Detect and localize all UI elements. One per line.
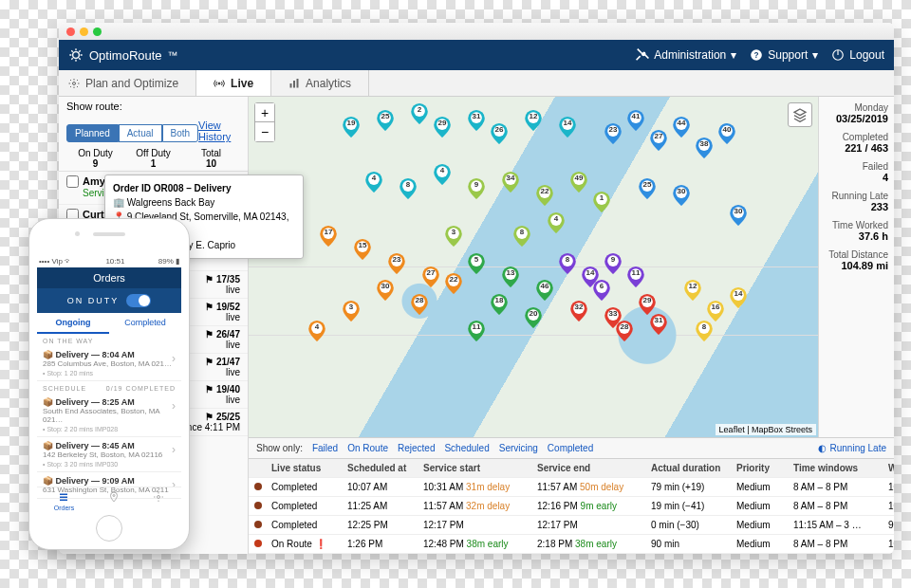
nav-orders[interactable]: Orders xyxy=(54,491,74,511)
map-pin[interactable]: 3 xyxy=(445,226,462,247)
on-duty-toggle[interactable]: ON DUTY xyxy=(37,288,181,313)
nav-map[interactable] xyxy=(108,491,120,511)
table-row[interactable]: On Route ❗1:26 PM12:48 PM 38m early2:18 … xyxy=(249,535,894,554)
map-pin[interactable]: 19 xyxy=(343,117,360,138)
map-pin[interactable]: 30 xyxy=(377,280,394,301)
table-row[interactable]: Completed11:25 AM11:57 AM 32m delay12:16… xyxy=(249,497,894,516)
filter-servicing[interactable]: Servicing xyxy=(499,443,538,453)
layers-button[interactable] xyxy=(788,102,812,127)
order-item[interactable]: 📦 Delivery — 8:45 AM142 Berkeley St, Bos… xyxy=(37,437,181,472)
map-pin[interactable]: 44 xyxy=(673,117,690,138)
map-pin[interactable]: 4 xyxy=(365,172,382,193)
col-header[interactable]: Time windows xyxy=(788,463,883,473)
max-dot[interactable] xyxy=(93,28,102,36)
table-row[interactable]: Completed12:25 PM12:17 PM12:17 PM0 min (… xyxy=(249,516,894,535)
tab-analytics[interactable]: Analytics xyxy=(271,70,369,96)
map-pin[interactable]: 3 xyxy=(343,301,360,322)
map-pin[interactable]: 38 xyxy=(696,138,713,158)
map-pin[interactable]: 14 xyxy=(559,117,576,138)
map-pin[interactable]: 40 xyxy=(718,123,735,144)
toggle-switch[interactable] xyxy=(126,294,151,307)
map-pin[interactable]: 6 xyxy=(593,280,610,301)
map-pin[interactable]: 1 xyxy=(593,192,610,212)
filter-rejected[interactable]: Rejected xyxy=(398,443,435,453)
running-late-toggle[interactable]: ◐ Running Late xyxy=(818,443,887,453)
map-pin[interactable]: 11 xyxy=(468,321,485,341)
map-pin[interactable]: 8 xyxy=(400,178,417,199)
map-pin[interactable]: 41 xyxy=(627,110,644,131)
map-pin[interactable]: 9 xyxy=(468,178,485,199)
map-pin[interactable]: 14 xyxy=(730,287,747,308)
min-dot[interactable] xyxy=(80,28,88,36)
map-pin[interactable]: 23 xyxy=(604,123,622,144)
filter-completed[interactable]: Completed xyxy=(548,443,593,453)
driver-checkbox[interactable] xyxy=(66,175,79,188)
seg-actual[interactable]: Actual xyxy=(119,124,162,142)
col-header[interactable]: Live status xyxy=(266,463,342,473)
map-pin[interactable]: 27 xyxy=(650,130,667,151)
map-pin[interactable]: 12 xyxy=(684,280,701,301)
map-pin[interactable]: 20 xyxy=(525,307,542,328)
col-header[interactable]: Service start xyxy=(418,463,531,473)
filter-on-route[interactable]: On Route xyxy=(347,443,388,453)
close-dot[interactable] xyxy=(66,28,75,36)
order-item[interactable]: 📦 Delivery — 8:04 AM285 Columbus Ave, Bo… xyxy=(37,346,181,381)
col-header[interactable]: Service end xyxy=(531,463,645,473)
tab-ongoing[interactable]: Ongoing xyxy=(37,313,109,334)
map-pin[interactable]: 8 xyxy=(559,253,576,274)
order-item[interactable]: 📦 Delivery — 8:25 AMSouth End Associates… xyxy=(37,394,181,437)
map-pin[interactable]: 49 xyxy=(570,172,587,193)
map-pin[interactable]: 5 xyxy=(468,253,485,274)
map-pin[interactable]: 8 xyxy=(513,226,530,247)
map-pin[interactable]: 15 xyxy=(354,239,371,260)
map-pin[interactable]: 31 xyxy=(650,314,667,335)
tab-plan[interactable]: Plan and Optimize xyxy=(59,70,196,96)
col-header[interactable]: Priority xyxy=(731,463,788,473)
map-pin[interactable]: 11 xyxy=(627,266,644,287)
support-menu[interactable]: ? Support▾ xyxy=(750,48,818,62)
tab-live[interactable]: Live xyxy=(196,70,271,96)
seg-planned[interactable]: Planned xyxy=(66,124,119,142)
admin-menu[interactable]: Administration▾ xyxy=(636,48,736,62)
zoom-in-button[interactable]: + xyxy=(255,103,274,122)
map-pin[interactable]: 12 xyxy=(525,110,542,131)
map-pin[interactable]: 13 xyxy=(502,266,519,287)
filter-scheduled[interactable]: Scheduled xyxy=(444,443,489,453)
map-pin[interactable]: 25 xyxy=(639,178,656,199)
col-header[interactable]: Scheduled at xyxy=(342,463,418,473)
map-pin[interactable]: 29 xyxy=(434,117,451,138)
map[interactable]: + − 192522931261214234127443840484934224… xyxy=(249,97,818,437)
nav-settings[interactable] xyxy=(153,491,164,511)
map-pin[interactable]: 4 xyxy=(548,212,565,233)
map-pin[interactable]: 30 xyxy=(673,185,690,206)
map-pin[interactable]: 17 xyxy=(320,226,337,247)
col-header[interactable]: Actual duration xyxy=(645,463,731,473)
map-pin[interactable]: 8 xyxy=(696,321,713,341)
map-pin[interactable]: 28 xyxy=(616,321,633,341)
map-pin[interactable]: 30 xyxy=(730,205,747,226)
map-pin[interactable]: 9 xyxy=(604,253,622,274)
map-pin[interactable]: 2 xyxy=(411,103,428,124)
map-pin[interactable]: 18 xyxy=(491,294,508,315)
map-pin[interactable]: 28 xyxy=(411,294,428,315)
seg-both[interactable]: Both xyxy=(162,124,199,142)
col-header[interactable]: Weight [kg] xyxy=(883,463,894,473)
table-row[interactable]: Completed10:07 AM10:31 AM 31m delay11:57… xyxy=(249,478,894,497)
map-pin[interactable]: 22 xyxy=(445,273,462,294)
map-pin[interactable]: 34 xyxy=(502,172,519,193)
map-pin[interactable]: 22 xyxy=(536,185,553,206)
map-pin[interactable]: 23 xyxy=(388,253,405,274)
map-pin[interactable]: 27 xyxy=(422,266,439,287)
filter-failed[interactable]: Failed xyxy=(312,443,338,453)
map-pin[interactable]: 4 xyxy=(434,164,451,185)
map-pin[interactable]: 32 xyxy=(570,301,587,322)
map-pin[interactable]: 26 xyxy=(491,123,508,144)
zoom-out-button[interactable]: − xyxy=(255,122,274,141)
map-pin[interactable]: 29 xyxy=(639,294,656,315)
map-pin[interactable]: 16 xyxy=(707,301,724,322)
logout-button[interactable]: Logout xyxy=(831,48,884,62)
map-pin[interactable]: 25 xyxy=(377,110,394,131)
map-pin[interactable]: 4 xyxy=(308,321,325,341)
map-pin[interactable]: 31 xyxy=(468,110,485,131)
view-history-link[interactable]: View History xyxy=(198,119,240,142)
